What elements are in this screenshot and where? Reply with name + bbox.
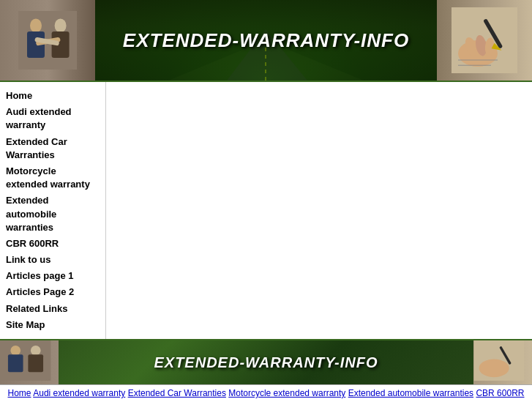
footer-pen-icon — [473, 340, 525, 381]
banner-right-image — [437, 0, 532, 81]
sidebar-link-linkto[interactable]: Link to us — [0, 252, 105, 268]
sidebar: Home Audi extended warranty Extended Car… — [0, 82, 106, 339]
svg-rect-22 — [8, 354, 23, 372]
bottom-link-extended-car[interactable]: Extended Car Warranties — [128, 388, 226, 398]
main-layout: Home Audi extended warranty Extended Car… — [0, 81, 532, 340]
sidebar-link-articles1[interactable]: Articles page 1 — [0, 268, 105, 284]
bottom-link-motorcycle[interactable]: Motorcycle extended warranty — [228, 388, 345, 398]
footer-center: EXTENDED-WARRANTY-INFO — [0, 340, 532, 384]
svg-point-3 — [55, 18, 67, 32]
svg-point-21 — [10, 346, 20, 356]
sidebar-link-related[interactable]: Related Links — [0, 301, 105, 317]
footer-right-image — [473, 340, 532, 384]
footer-handshake-icon — [0, 340, 51, 381]
handshake-icon — [18, 11, 77, 70]
sidebar-link-cbr[interactable]: CBR 600RR — [0, 236, 105, 252]
sidebar-link-motorcycle[interactable]: Motorcycle extended warranty — [0, 163, 105, 193]
svg-point-1 — [30, 18, 42, 32]
bottom-link-automobile[interactable]: Extended automobile warranties — [348, 388, 473, 398]
bottom-link-cbr[interactable]: CBR 600RR — [476, 388, 524, 398]
sidebar-link-sitemap[interactable]: Site Map — [0, 317, 105, 333]
header-banner: EXTENDED-WARRANTY-INFO — [0, 0, 532, 81]
sidebar-link-extended-car[interactable]: Extended Car Warranties — [0, 134, 105, 163]
header-title: EXTENDED-WARRANTY-INFO — [123, 29, 409, 52]
footer-banner: EXTENDED-WARRANTY-INFO — [0, 340, 532, 384]
banner-center: EXTENDED-WARRANTY-INFO — [95, 0, 437, 81]
sidebar-link-automobile[interactable]: Extended automobile warranties — [0, 193, 105, 236]
banner-left-image — [0, 0, 95, 81]
bottom-links: Home Audi extended warranty Extended Car… — [0, 385, 532, 399]
bottom-link-home[interactable]: Home — [8, 388, 31, 398]
footer-title: EXTENDED-WARRANTY-INFO — [154, 354, 378, 371]
footer-left-image — [0, 340, 59, 384]
pen-icon — [452, 7, 517, 73]
main-content — [106, 82, 532, 339]
bottom-link-audi[interactable]: Audi extended warranty — [33, 388, 125, 398]
sidebar-link-audi[interactable]: Audi extended warranty — [0, 104, 105, 133]
svg-point-23 — [31, 346, 41, 356]
svg-rect-24 — [28, 354, 43, 372]
sidebar-link-articles2[interactable]: Articles Page 2 — [0, 284, 105, 300]
sidebar-link-home[interactable]: Home — [0, 88, 105, 104]
svg-point-26 — [479, 359, 509, 377]
